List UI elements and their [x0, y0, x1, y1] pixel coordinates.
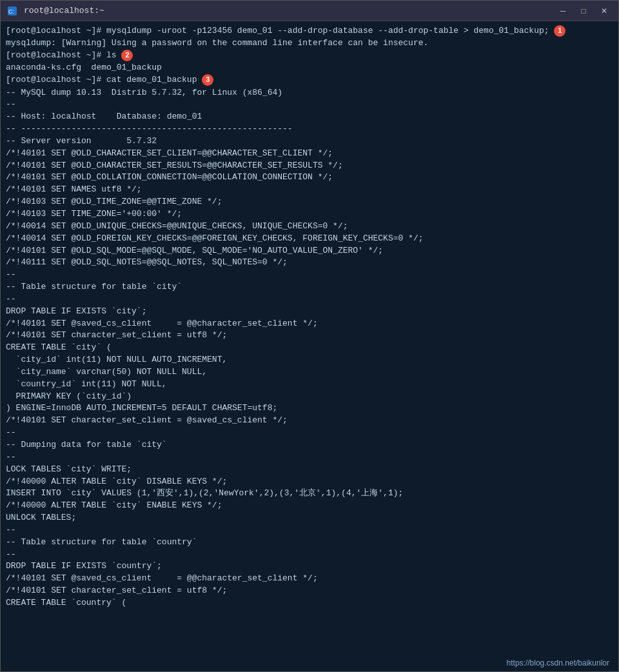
terminal-line: /*!40101 SET @OLD_SQL_MODE=@@SQL_MODE, S…	[6, 245, 613, 257]
terminal-line: mysqldump: [Warning] Using a password on…	[6, 37, 613, 50]
terminal-line: /*!40000 ALTER TABLE `city` DISABLE KEYS…	[6, 476, 613, 488]
terminal-line: /*!40111 SET @OLD_SQL_NOTES=@@SQL_NOTES,…	[6, 257, 613, 269]
terminal-line: /*!40101 SET NAMES utf8 */;	[6, 184, 613, 196]
terminal-line: --	[6, 549, 613, 561]
terminal-line: CREATE TABLE `city` (	[6, 342, 613, 354]
terminal-line: /*!40101 SET @OLD_CHARACTER_SET_RESULTS=…	[6, 160, 613, 172]
terminal-line: -- MySQL dump 10.13 Distrib 5.7.32, for …	[6, 87, 613, 99]
terminal-line: /*!40101 SET @OLD_CHARACTER_SET_CLIENT=@…	[6, 148, 613, 160]
terminal-line: /*!40101 SET character_set_client = utf8…	[6, 330, 613, 342]
terminal-line: DROP TABLE IF EXISTS `country`;	[6, 560, 613, 573]
minimize-button[interactable]: ─	[554, 4, 572, 18]
terminal-line: UNLOCK TABLES;	[6, 512, 613, 524]
terminal-line: [root@localhost ~]# mysqldump -uroot -p1…	[6, 25, 613, 37]
terminal-line: --	[6, 524, 613, 537]
terminal-line: --	[6, 451, 613, 464]
terminal-line: /*!40103 SET @OLD_TIME_ZONE=@@TIME_ZONE …	[6, 196, 613, 208]
terminal-line: /*!40101 SET @saved_cs_client = @@charac…	[6, 318, 613, 330]
terminal-line: /*!40101 SET @saved_cs_client = @@charac…	[6, 573, 613, 585]
terminal-line: ) ENGINE=InnoDB AUTO_INCREMENT=5 DEFAULT…	[6, 402, 613, 415]
terminal-line: CREATE TABLE `country` (	[6, 597, 613, 609]
terminal-line: /*!40101 SET @OLD_COLLATION_CONNECTION=@…	[6, 172, 613, 184]
terminal-line: `city_name` varchar(50) NOT NULL NULL,	[6, 366, 613, 379]
terminal-line: PRIMARY KEY (`city_id`)	[6, 391, 613, 403]
terminal-line: --	[6, 99, 613, 111]
terminal-line: anaconda-ks.cfg demo_01_backup	[6, 62, 613, 74]
terminal-line: /*!40000 ALTER TABLE `city` ENABLE KEYS …	[6, 500, 613, 512]
terminal-line: -- Dumping data for table `city`	[6, 439, 613, 451]
terminal-line: -- -------------------------------------…	[6, 123, 613, 135]
terminal-line: /*!40014 SET @OLD_UNIQUE_CHECKS=@@UNIQUE…	[6, 221, 613, 233]
terminal-line: -- Server version 5.7.32	[6, 135, 613, 148]
titlebar: C: root@localhost:~ ─ □ ✕	[1, 1, 618, 21]
terminal-output[interactable]: [root@localhost ~]# mysqldump -uroot -p1…	[1, 21, 618, 671]
terminal-line: [root@localhost ~]# cat demo_01_backup 3	[6, 74, 613, 86]
terminal-line: DROP TABLE IF EXISTS `city`;	[6, 306, 613, 318]
app-icon: C:	[6, 5, 19, 17]
terminal-line: `city_id` int(11) NOT NULL AUTO_INCREMEN…	[6, 354, 613, 366]
terminal-line: `country_id` int(11) NOT NULL,	[6, 379, 613, 391]
terminal-body: [root@localhost ~]# mysqldump -uroot -p1…	[1, 21, 618, 671]
terminal-window: C: root@localhost:~ ─ □ ✕ [root@localhos…	[0, 0, 619, 672]
terminal-line: /*!40014 SET @OLD_FOREIGN_KEY_CHECKS=@@F…	[6, 233, 613, 245]
terminal-line: [root@localhost ~]# ls 2	[6, 50, 613, 62]
window-controls: ─ □ ✕	[554, 4, 613, 18]
svg-text:C:: C:	[8, 8, 14, 15]
watermark: https://blog.csdn.net/baikunlor	[507, 658, 609, 667]
terminal-line: --	[6, 427, 613, 439]
terminal-line: LOCK TABLES `city` WRITE;	[6, 464, 613, 476]
close-button[interactable]: ✕	[595, 4, 613, 18]
terminal-line: --	[6, 269, 613, 281]
terminal-line: -- Host: localhost Database: demo_01	[6, 111, 613, 123]
terminal-line: -- Table structure for table `city`	[6, 281, 613, 293]
terminal-line: /*!40101 SET character_set_client = utf8…	[6, 585, 613, 597]
terminal-line: /*!40101 SET character_set_client = @sav…	[6, 415, 613, 427]
terminal-line: -- Table structure for table `country`	[6, 537, 613, 549]
maximize-button[interactable]: □	[575, 4, 593, 18]
window-title: root@localhost:~	[24, 6, 554, 15]
terminal-line: INSERT INTO `city` VALUES (1,'西安',1),(2,…	[6, 488, 613, 500]
terminal-line: /*!40103 SET TIME_ZONE='+00:00' */;	[6, 208, 613, 221]
terminal-line: --	[6, 293, 613, 306]
